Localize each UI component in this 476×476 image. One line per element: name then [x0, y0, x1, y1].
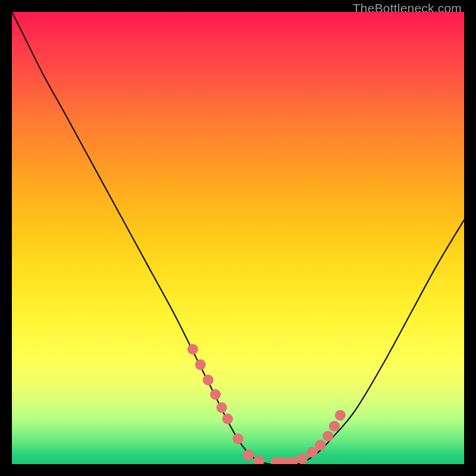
threshold-dot [335, 410, 346, 421]
threshold-dot [307, 447, 318, 458]
threshold-dot [329, 421, 340, 431]
threshold-dot [210, 389, 221, 400]
chart-frame: TheBottleneck.com [0, 0, 476, 476]
threshold-dot [243, 450, 254, 461]
threshold-dot [195, 359, 206, 370]
threshold-dot [203, 375, 214, 386]
threshold-dot [217, 402, 227, 413]
threshold-dot [187, 344, 198, 355]
threshold-dots [187, 344, 346, 464]
plot-area [12, 12, 464, 464]
curve-layer [12, 12, 464, 464]
threshold-dot [223, 414, 233, 424]
threshold-dot [315, 440, 325, 450]
threshold-dot [278, 457, 289, 464]
threshold-dot [297, 453, 308, 464]
threshold-dot [233, 433, 243, 444]
threshold-dot [322, 431, 333, 441]
threshold-dot [287, 456, 298, 464]
threshold-dot [253, 456, 264, 464]
bottleneck-curve [12, 12, 464, 464]
